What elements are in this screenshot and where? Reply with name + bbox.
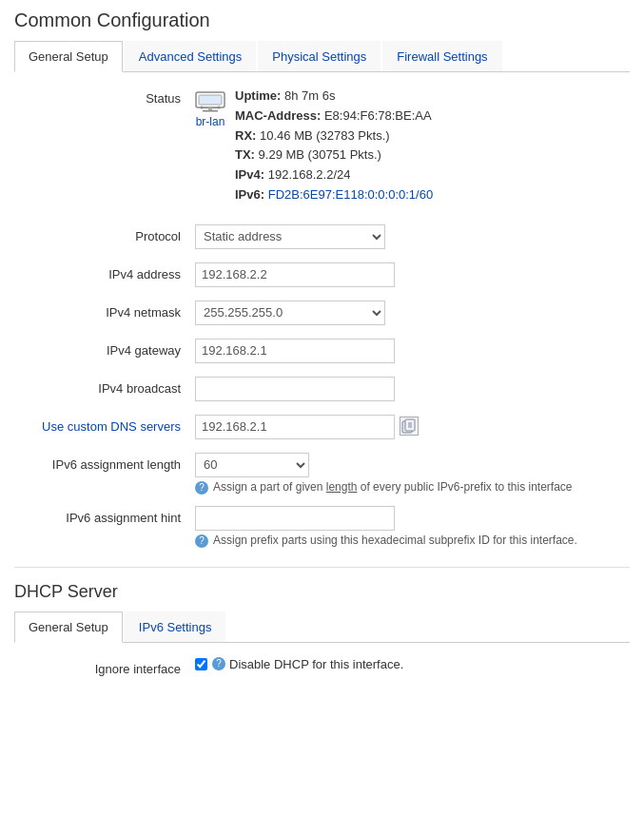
dns-input[interactable]	[195, 415, 395, 439]
svg-rect-1	[199, 95, 222, 105]
status-rx: 10.46 MB (32783 Pkts.)	[260, 128, 390, 143]
ipv4-address-label: IPv4 address	[14, 262, 195, 281]
common-tab-bar: General Setup Advanced Settings Physical…	[14, 41, 630, 72]
ipv4-address-input[interactable]	[195, 262, 395, 287]
protocol-row: Protocol Static address	[14, 224, 630, 251]
tab-dhcp-general[interactable]: General Setup	[14, 611, 123, 643]
ipv4-netmask-row: IPv4 netmask 255.255.255.0	[14, 301, 630, 327]
ignore-hint-icon: ?	[212, 657, 225, 670]
ipv6-length-row: IPv6 assignment length 60 ? Assign a par…	[14, 453, 630, 495]
protocol-select[interactable]: Static address	[195, 224, 385, 249]
ignore-checkbox[interactable]	[195, 658, 207, 670]
ipv4-netmask-label: IPv4 netmask	[14, 301, 195, 320]
length-underline: length	[326, 480, 358, 494]
ipv4-gateway-row: IPv4 gateway	[14, 339, 630, 365]
ipv4-netmask-select[interactable]: 255.255.255.0	[195, 301, 385, 325]
br-lan-label: br-lan	[195, 115, 225, 128]
status-uptime: 8h 7m 6s	[284, 88, 335, 103]
tab-advanced-settings[interactable]: Advanced Settings	[125, 41, 256, 71]
ipv6-length-hint-icon: ?	[195, 481, 208, 495]
dhcp-section-title: DHCP Server	[14, 582, 630, 602]
page-title: Common Configuration	[14, 10, 630, 31]
protocol-control: Static address	[195, 224, 630, 249]
status-content: br-lan Uptime: 8h 7m 6s MAC-Address: E8:…	[195, 87, 433, 205]
status-ipv4: 192.168.2.2/24	[268, 167, 351, 182]
ipv4-gateway-label: IPv4 gateway	[14, 339, 195, 358]
dns-label: Use custom DNS servers	[14, 415, 195, 434]
ipv6-length-hint-text: Assign a part of given length of every p…	[213, 480, 573, 494]
dns-add-button[interactable]	[400, 417, 419, 437]
ignore-checkbox-row: ? Disable DHCP for this interface.	[195, 657, 630, 671]
tab-general-setup[interactable]: General Setup	[14, 41, 123, 72]
ignore-interface-control: ? Disable DHCP for this interface.	[195, 657, 630, 671]
tab-firewall-settings[interactable]: Firewall Settings	[382, 41, 501, 71]
status-mac: E8:94:F6:78:BE:AA	[324, 108, 432, 123]
dhcp-tab-bar: General Setup IPv6 Settings	[14, 611, 630, 643]
dns-wrap	[195, 415, 630, 439]
ipv6-hint-input[interactable]	[195, 506, 395, 531]
svg-rect-6	[203, 110, 218, 112]
disable-dhcp-underline: Disable DHCP	[229, 657, 309, 671]
ipv6-length-hint: ? Assign a part of given length of every…	[195, 480, 630, 495]
section-divider	[14, 567, 630, 568]
dns-control	[195, 415, 630, 439]
tab-physical-settings[interactable]: Physical Settings	[258, 41, 381, 71]
dns-add-icon	[400, 417, 419, 436]
ipv6-hint-hint-icon: ?	[195, 534, 208, 548]
ipv4-broadcast-label: IPv4 broadcast	[14, 377, 195, 396]
ipv6-hint-control: ? Assign prefix parts using this hexadec…	[195, 506, 630, 548]
ignore-hint: ? Disable DHCP for this interface.	[212, 657, 403, 671]
network-icon-wrap: br-lan	[195, 87, 225, 128]
protocol-label: Protocol	[14, 224, 195, 243]
ignore-interface-row: Ignore interface ? Disable DHCP for this…	[14, 657, 630, 684]
svg-point-4	[218, 107, 221, 109]
ipv4-address-row: IPv4 address	[14, 262, 630, 289]
ipv4-broadcast-row: IPv4 broadcast	[14, 377, 630, 403]
ipv4-address-control	[195, 262, 630, 287]
status-ipv6: FD2B:6E97:E118:0:0:0:0:1/60	[268, 187, 433, 202]
ipv6-hint-row: IPv6 assignment hint ? Assign prefix par…	[14, 506, 630, 548]
ipv4-gateway-input[interactable]	[195, 339, 395, 363]
ipv4-broadcast-input[interactable]	[195, 377, 395, 401]
tab-dhcp-ipv6[interactable]: IPv6 Settings	[125, 611, 226, 642]
status-label: Status	[14, 87, 195, 106]
ipv6-hint-hint-text: Assign prefix parts using this hexadecim…	[213, 534, 577, 547]
status-section: Status br-lan Uptime: 8h 7m 6s MAC-Addre…	[14, 87, 630, 205]
ipv6-hint-hint: ? Assign prefix parts using this hexadec…	[195, 534, 630, 548]
network-icon	[195, 88, 225, 115]
ipv6-length-select[interactable]: 60	[195, 453, 309, 477]
ipv4-netmask-control: 255.255.255.0	[195, 301, 630, 325]
ipv4-gateway-control	[195, 339, 630, 363]
dns-row: Use custom DNS servers	[14, 415, 630, 441]
ipv6-hint-label: IPv6 assignment hint	[14, 506, 195, 525]
ipv4-broadcast-control	[195, 377, 630, 401]
ipv6-length-control: 60 ? Assign a part of given length of ev…	[195, 453, 630, 495]
status-details: Uptime: 8h 7m 6s MAC-Address: E8:94:F6:7…	[235, 87, 433, 205]
copy-icon	[401, 418, 417, 434]
ipv6-length-label: IPv6 assignment length	[14, 453, 195, 472]
svg-rect-5	[208, 107, 212, 110]
ignore-hint-text: Disable DHCP for this interface.	[229, 657, 403, 671]
status-tx: 9.29 MB (30751 Pkts.)	[259, 147, 381, 162]
ignore-interface-label: Ignore interface	[14, 657, 195, 676]
